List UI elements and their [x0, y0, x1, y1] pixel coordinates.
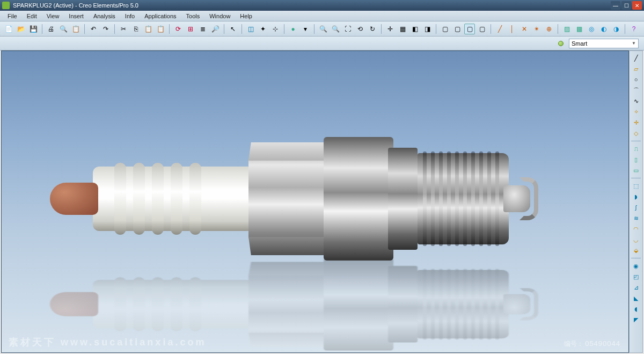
model-tree-icon[interactable]: ⊞: [185, 24, 196, 34]
round-icon[interactable]: ◖: [631, 304, 641, 314]
new-icon[interactable]: 📄: [3, 24, 14, 34]
view-refit-icon[interactable]: ◫: [245, 24, 256, 34]
spline-icon[interactable]: ∿: [631, 96, 641, 106]
layer-icon[interactable]: ≣: [197, 24, 208, 34]
model-flange-small: [388, 148, 418, 250]
separator: [381, 24, 382, 34]
maximize-button[interactable]: ☐: [621, 1, 631, 10]
zoom-fit-icon[interactable]: ⛶: [342, 24, 353, 34]
menu-tools[interactable]: Tools: [182, 12, 204, 20]
named-views-icon[interactable]: ▦: [397, 24, 408, 34]
window3-icon[interactable]: ▢: [464, 24, 475, 34]
view-manager-icon[interactable]: ▾: [300, 24, 311, 34]
style-surf-icon[interactable]: ◡: [631, 235, 641, 244]
cut-icon[interactable]: ✂: [118, 24, 129, 34]
open-icon[interactable]: 📂: [16, 24, 26, 34]
copy-icon[interactable]: ⎘: [130, 24, 141, 34]
window2-icon[interactable]: ▢: [452, 24, 463, 34]
separator: [224, 24, 224, 34]
perspective-icon[interactable]: ◎: [586, 24, 597, 34]
save-icon[interactable]: 💾: [28, 24, 39, 34]
thicken-icon[interactable]: ▯: [631, 155, 641, 164]
sweep-icon[interactable]: ∫: [631, 203, 641, 212]
model-terminal: [50, 183, 98, 215]
circle-icon[interactable]: ○: [631, 75, 641, 84]
titlebar-left: SPARKPLUG2 (Active) - Creo Elements/Pro …: [2, 2, 138, 9]
window4-icon[interactable]: ▢: [477, 24, 487, 34]
model-viewport[interactable]: [1, 50, 629, 353]
use-edge-icon[interactable]: ▭: [631, 165, 641, 175]
separator: [169, 24, 170, 34]
offset-edge-icon[interactable]: ⎍: [631, 144, 641, 154]
plane-icon[interactable]: ◇: [631, 128, 641, 138]
regen-icon[interactable]: ⟳: [173, 24, 184, 34]
model-thread-groove: [423, 151, 427, 246]
color-appearance-icon[interactable]: ●: [288, 24, 298, 34]
redo-icon[interactable]: ↷: [100, 24, 111, 34]
menu-window[interactable]: Window: [205, 12, 235, 20]
page-setup-icon[interactable]: 📋: [70, 24, 81, 34]
extrude-icon[interactable]: ⬚: [631, 181, 641, 191]
line-icon[interactable]: ╱: [631, 53, 641, 63]
environment-icon[interactable]: ◐: [598, 24, 609, 34]
menu-view[interactable]: View: [42, 12, 64, 20]
draft-icon[interactable]: ◣: [631, 293, 641, 303]
csys-disp-icon[interactable]: ✴: [531, 24, 542, 34]
help-icon[interactable]: ?: [628, 24, 639, 34]
menu-help[interactable]: Help: [236, 12, 257, 20]
zoom-in-icon[interactable]: 🔍: [318, 24, 328, 34]
datum-axes-icon[interactable]: ⊹: [270, 24, 281, 34]
rectangle-icon[interactable]: ▱: [631, 64, 641, 74]
menu-info[interactable]: Info: [121, 12, 139, 20]
real-reflect-icon[interactable]: ◑: [611, 24, 621, 34]
menu-edit[interactable]: Edit: [23, 12, 41, 20]
vss-icon[interactable]: ◠: [631, 224, 641, 234]
blend-icon[interactable]: ≋: [631, 213, 641, 223]
boundary-icon[interactable]: ⬙: [631, 245, 641, 255]
undo-icon[interactable]: ↶: [88, 24, 99, 34]
titlebar: SPARKPLUG2 (Active) - Creo Elements/Pro …: [0, 0, 644, 11]
point-disp-icon[interactable]: ✕: [519, 24, 530, 34]
window1-icon[interactable]: ▢: [440, 24, 450, 34]
print-icon[interactable]: 🖨: [46, 24, 56, 34]
scene-icon[interactable]: ▩: [574, 24, 584, 34]
annot-disp-icon[interactable]: ⊕: [544, 24, 554, 34]
repaint-icon[interactable]: ⟲: [355, 24, 365, 34]
point-icon[interactable]: ✧: [631, 107, 641, 117]
menu-insert[interactable]: Insert: [64, 12, 88, 20]
minimize-button[interactable]: —: [611, 1, 620, 10]
print-preview-icon[interactable]: 🔍: [58, 24, 69, 34]
paste-icon[interactable]: 📋: [143, 24, 153, 34]
save-view-icon[interactable]: ◨: [422, 24, 433, 34]
shell-icon[interactable]: ◰: [631, 272, 641, 281]
datum-planes-icon[interactable]: ✦: [258, 24, 268, 34]
model-thread-groove: [455, 151, 459, 246]
zoom-out-icon[interactable]: 🔍: [330, 24, 341, 34]
coord-sys-icon[interactable]: ✛: [631, 118, 641, 127]
separator: [84, 24, 85, 34]
selection-filter-dropdown[interactable]: Smart ▼: [569, 39, 639, 48]
chamfer-icon[interactable]: ◤: [631, 315, 641, 324]
spin-center-icon[interactable]: ✛: [385, 24, 396, 34]
separator: [114, 24, 115, 34]
hole-icon[interactable]: ◉: [631, 261, 641, 271]
search-icon[interactable]: 🔎: [210, 24, 221, 34]
arc-icon[interactable]: ⌒: [631, 85, 641, 95]
paste-special-icon[interactable]: 📋: [155, 24, 166, 34]
menu-file[interactable]: File: [3, 12, 21, 20]
datum-disp-icon[interactable]: ╱: [494, 24, 505, 34]
model-thread-groove: [479, 151, 483, 246]
orient-icon[interactable]: ↻: [367, 24, 378, 34]
menu-analysis[interactable]: Analysis: [89, 12, 120, 20]
axis-disp-icon[interactable]: │: [507, 24, 517, 34]
model-rib: [171, 163, 182, 235]
revolve-icon[interactable]: ◗: [631, 192, 641, 201]
model-hex-facet: [248, 237, 326, 255]
status-light-icon: [558, 41, 564, 46]
menu-applications[interactable]: Applications: [140, 12, 180, 20]
style-icon[interactable]: ◧: [409, 24, 420, 34]
rib-icon[interactable]: ⊿: [631, 283, 641, 292]
render-icon[interactable]: ▨: [561, 24, 572, 34]
close-button[interactable]: ✕: [632, 1, 642, 10]
select-icon[interactable]: ↖: [228, 24, 238, 34]
